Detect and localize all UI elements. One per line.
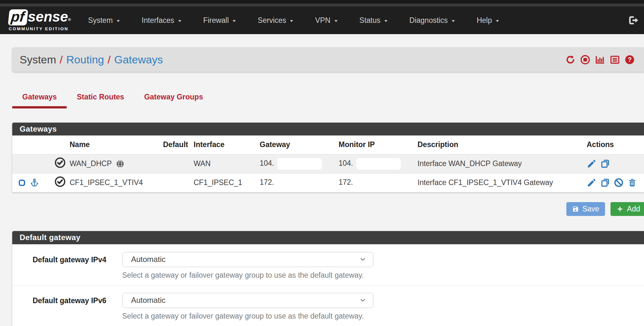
nav-item-help[interactable]: Help	[466, 6, 510, 34]
add-button-label: Add	[627, 205, 640, 213]
default-gateway-panel-title: Default gateway	[12, 231, 644, 244]
logout-button[interactable]	[627, 14, 639, 26]
redacted-value	[277, 158, 322, 170]
gateway-name: WAN_DHCP	[70, 159, 112, 168]
column-header-default: Default	[163, 135, 194, 154]
delete-icon[interactable]	[627, 178, 637, 188]
breadcrumb-system: System	[20, 53, 56, 66]
copy-icon[interactable]	[600, 178, 610, 188]
column-header-gateway: Gateway	[260, 135, 339, 154]
table-header-row: NameDefaultInterfaceGatewayMonitor IPDes…	[12, 135, 644, 154]
edit-icon[interactable]	[587, 159, 597, 169]
caret-down-icon	[495, 19, 500, 23]
gateway-interface: CF1_IPSEC_1	[194, 173, 260, 192]
column-header-description: Description	[418, 135, 587, 154]
column-header-spacer	[12, 135, 50, 154]
gateway-default	[163, 173, 194, 192]
breadcrumb-gateways[interactable]: Gateways	[114, 53, 163, 66]
page-content: System/Routing/Gateways ? GatewaysStatic…	[0, 47, 644, 326]
community-edition-label: COMMUNITY EDITION	[9, 26, 71, 31]
default-gateway-form: Default gateway IPv4AutomaticSelect a ga…	[12, 244, 644, 326]
nav-item-firewall[interactable]: Firewall	[193, 6, 247, 34]
save-button[interactable]: Save	[566, 202, 605, 216]
caret-down-icon	[289, 19, 294, 23]
breadcrumb-bar: System/Routing/Gateways ?	[12, 47, 644, 72]
refresh-icon[interactable]	[565, 54, 576, 65]
tab-static-routes[interactable]: Static Routes	[67, 91, 134, 108]
caret-down-icon	[178, 19, 182, 23]
pfsense-logo[interactable]: pfsense® COMMUNITY EDITION	[9, 9, 71, 31]
edit-icon[interactable]	[587, 178, 597, 188]
form-row-default-gateway-ipv6: Default gateway IPv6AutomaticSelect a ga…	[12, 285, 644, 326]
chart-icon[interactable]	[595, 54, 605, 65]
window-top-strip-2	[0, 4, 644, 6]
svg-text:?: ?	[628, 56, 631, 63]
window-top-strip	[0, 0, 644, 4]
nav-item-diagnostics[interactable]: Diagnostics	[399, 6, 466, 34]
field-help-text: Select a gateway or failover gateway gro…	[122, 271, 373, 280]
help-icon[interactable]: ?	[624, 54, 635, 65]
breadcrumb: System/Routing/Gateways	[20, 53, 163, 66]
monitor-ip: 172.	[339, 178, 353, 186]
plus-icon	[617, 206, 623, 212]
add-button[interactable]: Add	[610, 202, 644, 216]
caret-down-icon	[384, 19, 388, 23]
select-value: Automatic	[131, 296, 166, 305]
default-gateway-ipv6-select[interactable]: Automatic	[122, 293, 373, 308]
caret-down-icon	[116, 19, 120, 23]
caret-down-icon	[232, 19, 236, 23]
nav-item-interfaces[interactable]: Interfaces	[131, 6, 193, 34]
sense-text: sense	[28, 9, 68, 24]
monitor-ip: 104.	[339, 159, 353, 167]
gateway-default	[163, 154, 194, 173]
save-button-label: Save	[582, 205, 599, 213]
column-header-spacer	[50, 135, 70, 154]
save-icon	[572, 206, 579, 212]
table-actions-row: Save Add	[12, 202, 644, 216]
form-row-default-gateway-ipv4: Default gateway IPv4AutomaticSelect a ga…	[12, 251, 644, 285]
nav-item-services[interactable]: Services	[247, 6, 304, 34]
disable-icon[interactable]	[614, 178, 624, 188]
default-gateway-panel: Default gateway Default gateway IPv4Auto…	[12, 231, 644, 326]
redacted-value	[356, 158, 401, 170]
gateway-name: CF1_IPSEC_1_VTIV4	[70, 178, 143, 187]
gateway-row-wan-dhcp: WAN_DHCPWAN104.104.Interface WAN_DHCP Ga…	[12, 154, 644, 173]
square-icon	[18, 179, 26, 187]
tab-gateway-groups[interactable]: Gateway Groups	[134, 91, 213, 108]
nav-item-label: VPN	[315, 16, 330, 25]
gateway-description: Interface CF1_IPSEC_1_VTIV4 Gateway	[418, 173, 587, 192]
field-label: Default gateway IPv6	[12, 293, 106, 321]
nav-item-vpn[interactable]: VPN	[304, 6, 349, 34]
redacted-value	[277, 177, 322, 189]
copy-icon[interactable]	[600, 159, 610, 169]
nav-item-label: System	[88, 16, 113, 25]
nav-item-label: Help	[477, 16, 492, 25]
check-circle-icon	[54, 157, 66, 169]
nav-item-label: Services	[258, 16, 286, 25]
caret-down-icon	[334, 19, 338, 23]
gateway-description: Interface WAN_DHCP Gateway	[418, 154, 587, 173]
tab-gateways[interactable]: Gateways	[12, 91, 67, 108]
gateway-address: 104.	[260, 159, 274, 167]
nav-item-system[interactable]: System	[77, 6, 131, 34]
top-navbar: pfsense® COMMUNITY EDITION SystemInterfa…	[0, 6, 644, 34]
column-header-monitor-ip: Monitor IP	[339, 135, 418, 154]
breadcrumb-separator: /	[108, 53, 111, 66]
nav-menu: SystemInterfacesFirewallServicesVPNStatu…	[77, 6, 510, 34]
anchor-icon	[30, 177, 39, 188]
breadcrumb-routing[interactable]: Routing	[66, 53, 104, 66]
pfsense-wordmark: pfsense®	[9, 9, 71, 25]
nav-item-label: Status	[360, 16, 380, 25]
field-help-text: Select a gateway or failover gateway gro…	[122, 312, 373, 321]
registered-mark: ®	[68, 18, 71, 22]
gateways-table: NameDefaultInterfaceGatewayMonitor IPDes…	[12, 135, 644, 192]
column-header-actions: Actions	[587, 135, 644, 154]
log-icon[interactable]	[610, 54, 620, 65]
nav-item-label: Firewall	[203, 16, 229, 25]
gateway-row-cf1-ipsec-1-vtiv4: CF1_IPSEC_1_VTIV4CF1_IPSEC_1172.172.Inte…	[12, 173, 644, 192]
default-gateway-ipv4-select[interactable]: Automatic	[122, 252, 373, 267]
nav-item-label: Diagnostics	[409, 16, 448, 25]
nav-item-status[interactable]: Status	[349, 6, 399, 34]
stop-icon[interactable]	[580, 54, 591, 65]
chevron-down-icon	[360, 256, 366, 263]
